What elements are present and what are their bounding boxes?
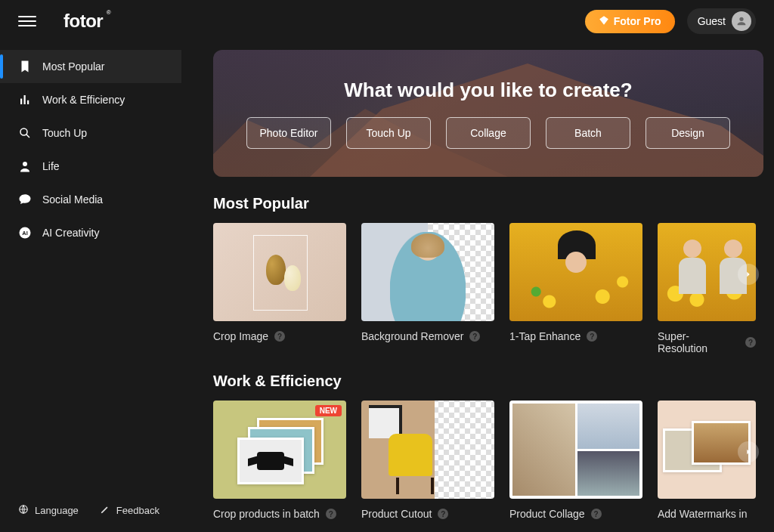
help-icon[interactable]: ? — [326, 509, 336, 519]
card-thumb — [361, 401, 494, 499]
feedback-button[interactable]: Feedback — [100, 504, 159, 517]
card-background-remover[interactable]: Background Remover ? — [361, 223, 494, 354]
sidebar-item-ai-creativity[interactable]: AI AI Creativity — [0, 216, 181, 249]
card-label-text: 1-Tap Enhance — [509, 330, 580, 342]
card-product-cutout[interactable]: Product Cutout ? — [361, 401, 494, 520]
sidebar-bottom: Language Feedback — [0, 496, 181, 524]
dial-icon — [18, 126, 32, 140]
sidebar-item-label: Life — [42, 160, 60, 172]
sidebar-item-most-popular[interactable]: Most Popular — [0, 50, 181, 83]
guest-label: Guest — [698, 15, 726, 27]
svg-point-1 — [23, 162, 27, 166]
header-right: Fotor Pro Guest — [585, 8, 756, 34]
sidebar-item-label: Touch Up — [42, 127, 87, 139]
sidebar-item-social-media[interactable]: Social Media — [0, 183, 181, 216]
card-crop-products-batch[interactable]: NEW Crop products in batch ? — [213, 401, 346, 520]
hero-button-row: Photo Editor Touch Up Collage Batch Desi… — [246, 117, 730, 149]
feedback-label: Feedback — [116, 505, 159, 516]
card-label: Product Cutout ? — [361, 508, 494, 520]
card-label-text: Super-Resolution — [658, 330, 739, 354]
sidebar-item-label: AI Creativity — [42, 227, 99, 239]
card-crop-image[interactable]: Crop Image ? — [213, 223, 346, 354]
card-label: Super-Resolution ? — [658, 330, 756, 354]
sidebar-item-life[interactable]: Life — [0, 150, 181, 183]
sidebar-item-label: Work & Efficiency — [42, 94, 125, 106]
card-label-text: Crop products in batch — [213, 508, 320, 520]
sidebar-item-work-efficiency[interactable]: Work & Efficiency — [0, 83, 181, 116]
help-icon[interactable]: ? — [591, 509, 602, 519]
card-row-work-efficiency: NEW Crop products in batch ? Product Cut… — [213, 401, 774, 520]
sidebar-item-label: Social Media — [42, 193, 103, 206]
app-logo[interactable]: fotor — [63, 11, 103, 32]
sidebar-item-label: Most Popular — [42, 60, 104, 73]
pencil-icon — [100, 504, 110, 517]
hero-btn-collage[interactable]: Collage — [446, 117, 531, 149]
card-label-text: Product Collage — [509, 508, 585, 520]
card-label-text: Crop Image — [213, 330, 268, 342]
card-thumb: NEW — [213, 401, 346, 499]
bookmark-icon — [18, 60, 32, 73]
card-1tap-enhance[interactable]: 1-Tap Enhance ? — [509, 223, 642, 354]
language-label: Language — [35, 505, 79, 516]
svg-text:AI: AI — [22, 230, 28, 237]
help-icon[interactable]: ? — [469, 331, 480, 342]
scroll-right-button[interactable] — [738, 264, 759, 285]
card-label: 1-Tap Enhance ? — [509, 330, 642, 342]
card-label-text: Add Watermarks in — [658, 508, 748, 520]
globe-icon — [18, 504, 29, 517]
sidebar-nav: Most Popular Work & Efficiency Touch Up … — [0, 42, 181, 532]
pro-button-label: Fotor Pro — [614, 15, 661, 27]
help-icon[interactable]: ? — [587, 331, 597, 342]
fotor-pro-button[interactable]: Fotor Pro — [585, 10, 675, 33]
sidebar-item-touch-up[interactable]: Touch Up — [0, 116, 181, 150]
card-thumb — [361, 223, 494, 321]
card-product-collage[interactable]: Product Collage ? — [509, 401, 642, 520]
section-title-work-efficiency: Work & Efficiency — [213, 373, 774, 390]
card-label: Product Collage ? — [509, 508, 642, 520]
bars-icon — [18, 93, 32, 107]
card-label: Crop Image ? — [213, 330, 346, 342]
hamburger-menu-button[interactable] — [18, 12, 36, 30]
card-row-most-popular: Crop Image ? Background Remover ? 1-Tap … — [213, 223, 774, 354]
hero-btn-batch[interactable]: Batch — [546, 117, 630, 149]
hero-btn-design[interactable]: Design — [646, 117, 730, 149]
help-icon[interactable]: ? — [745, 337, 756, 348]
card-label: Background Remover ? — [361, 330, 494, 342]
main-content: What would you like to create? Photo Edi… — [213, 42, 774, 532]
help-icon[interactable]: ? — [274, 331, 285, 342]
guest-account-button[interactable]: Guest — [687, 8, 756, 34]
hero-btn-photo-editor[interactable]: Photo Editor — [246, 117, 331, 149]
scroll-right-button[interactable] — [738, 441, 759, 462]
card-label: Crop products in batch ? — [213, 508, 346, 520]
language-button[interactable]: Language — [18, 504, 79, 517]
chat-icon — [18, 193, 32, 206]
person-icon — [18, 159, 32, 173]
hero-title: What would you like to create? — [344, 79, 632, 102]
app-header: fotor Fotor Pro Guest — [0, 0, 774, 42]
hero-btn-touch-up[interactable]: Touch Up — [346, 117, 431, 149]
card-label: Add Watermarks in — [658, 508, 756, 520]
section-title-most-popular: Most Popular — [213, 195, 774, 212]
card-label-text: Product Cutout — [361, 508, 432, 520]
ai-icon: AI — [18, 226, 32, 240]
card-label-text: Background Remover — [361, 330, 463, 342]
diamond-icon — [599, 15, 609, 28]
avatar-icon — [732, 11, 751, 31]
card-thumb — [509, 401, 642, 499]
card-thumb — [213, 223, 346, 321]
card-thumb — [509, 223, 642, 321]
card-super-resolution[interactable]: Super-Resolution ? — [658, 223, 756, 354]
help-icon[interactable]: ? — [438, 509, 448, 519]
hero-banner: What would you like to create? Photo Edi… — [213, 50, 763, 177]
